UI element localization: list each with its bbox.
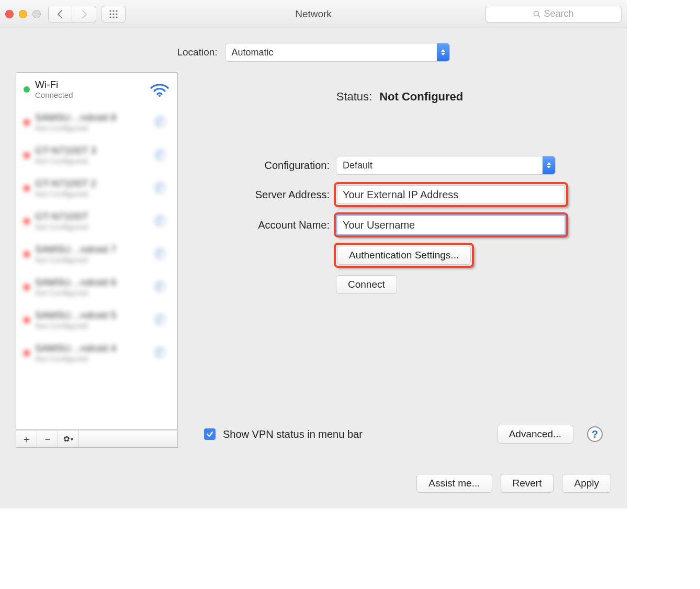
sidebar-item-redacted[interactable]: GT-N710ST 3Not Configured ✆ [16,139,177,172]
add-service-button[interactable]: ＋ [16,431,37,447]
phone-icon: ✆ [149,212,170,230]
status-dot-icon [24,86,30,93]
apply-label: Apply [574,478,599,489]
status-dot-icon [24,185,30,191]
toolbar-nav [48,6,126,22]
phone-icon: ✆ [149,179,170,197]
sidebar-item-redacted[interactable]: SAMSU…ndroid 8Not Configured ✆ [16,106,177,139]
footer: Assist me... Revert Apply [0,463,627,508]
svg-point-5 [116,13,117,15]
svg-point-7 [112,16,114,18]
phone-icon: ✆ [149,344,170,361]
gear-icon: ✿ [63,434,70,444]
authentication-settings-button[interactable]: Authentication Settings... [337,246,471,265]
sidebar-item-redacted[interactable]: GT-N710ST 2Not Configured ✆ [16,172,177,205]
close-window-button[interactable] [5,10,14,18]
titlebar: Network Search [0,0,627,28]
account-name-field[interactable]: Your Username [337,216,565,234]
server-address-value: Your External IP Address [343,189,458,201]
svg-point-1 [112,10,114,12]
sidebar-item-redacted[interactable]: SAMSU…ndroid 7Not Configured ✆ [16,237,177,270]
apply-button[interactable]: Apply [562,474,611,493]
svg-point-2 [116,10,117,12]
zoom-window-button[interactable] [32,10,41,18]
account-name-label: Account Name: [188,219,330,231]
configuration-label: Configuration: [188,160,330,172]
services-sidebar-column: Wi-Fi Connected SAMS [16,72,178,448]
auth-button-label: Authentication Settings... [349,250,459,261]
location-label: Location: [177,47,217,58]
connect-button-label: Connect [348,279,385,290]
chevron-down-icon: ▾ [71,436,73,442]
location-row: Location: Automatic [0,28,627,72]
services-sidebar[interactable]: Wi-Fi Connected SAMS [16,72,178,430]
phone-icon: ✆ [149,114,170,131]
connect-row: Connect [188,275,611,294]
phone-icon: ✆ [149,146,170,164]
wifi-icon [149,82,170,97]
account-name-row: Account Name: Your Username [188,214,611,235]
window-controls [5,10,41,18]
location-popup[interactable]: Automatic [225,43,450,62]
status-dot-icon [24,350,30,356]
status-dot-icon [24,119,30,126]
status-dot-icon [24,218,30,224]
svg-point-8 [116,16,117,18]
show-vpn-checkbox[interactable] [204,428,216,440]
advanced-button[interactable]: Advanced... [497,425,573,444]
status-dot-icon [24,152,30,158]
phone-icon: ✆ [149,245,170,263]
sidebar-item-redacted[interactable]: SAMSU…ndroid 6Not Configured ✆ [16,270,177,303]
search-placeholder: Search [544,8,573,19]
back-button[interactable] [48,6,72,22]
connect-button[interactable]: Connect [336,275,397,294]
svg-line-10 [538,15,540,17]
status-dot-icon [24,317,30,323]
status-value: Not Configured [379,90,463,104]
svg-point-6 [109,16,111,18]
location-value: Automatic [232,47,437,58]
check-icon [206,431,213,438]
show-all-button[interactable] [101,6,126,22]
svg-point-4 [112,13,114,15]
svg-point-3 [109,13,111,15]
revert-button[interactable]: Revert [501,474,554,493]
configuration-value: Default [343,160,543,171]
revert-label: Revert [513,478,542,489]
show-vpn-label: Show VPN status in menu bar [223,428,490,440]
server-address-label: Server Address: [188,189,330,201]
account-name-value: Your Username [343,219,415,231]
detail-pane: Status: Not Configured Configuration: De… [188,72,611,448]
advanced-button-label: Advanced... [509,428,561,440]
popup-stepper-icon [437,43,449,61]
sidebar-item-wifi[interactable]: Wi-Fi Connected [16,73,177,106]
auth-settings-row: Authentication Settings... [188,245,611,266]
phone-icon: ✆ [149,311,170,329]
assist-me-label: Assist me... [428,478,480,489]
popup-stepper-icon [543,156,555,174]
search-icon [533,10,540,18]
detail-bottom-row: Show VPN status in menu bar Advanced... … [204,425,603,444]
status-label: Status: [336,90,372,104]
server-address-field[interactable]: Your External IP Address [337,185,565,204]
assist-me-button[interactable]: Assist me... [416,474,492,493]
sidebar-item-redacted[interactable]: SAMSU…ndroid 4Not Configured ✆ [16,336,177,369]
sidebar-toolbar: ＋ － ✿▾ [16,430,178,448]
sidebar-item-redacted[interactable]: SAMSU…ndroid 5Not Configured ✆ [16,303,177,336]
sidebar-item-redacted[interactable]: GT-N710STNot Configured ✆ [16,205,177,237]
sidebar-item-name: Wi-Fi [35,79,144,90]
sidebar-item-text: Wi-Fi Connected [35,79,144,99]
configuration-popup[interactable]: Default [336,156,556,175]
service-options-button[interactable]: ✿▾ [58,431,79,447]
forward-button[interactable] [72,6,96,22]
sidebar-item-status: Connected [35,90,144,99]
svg-point-0 [109,10,111,12]
phone-icon: ✆ [149,278,170,296]
svg-point-9 [534,11,539,16]
search-input[interactable]: Search [486,6,622,22]
remove-service-button[interactable]: － [37,431,58,447]
minimize-window-button[interactable] [19,10,27,18]
server-address-row: Server Address: Your External IP Address [188,184,611,205]
help-button[interactable]: ? [587,426,603,442]
status-dot-icon [24,251,30,257]
